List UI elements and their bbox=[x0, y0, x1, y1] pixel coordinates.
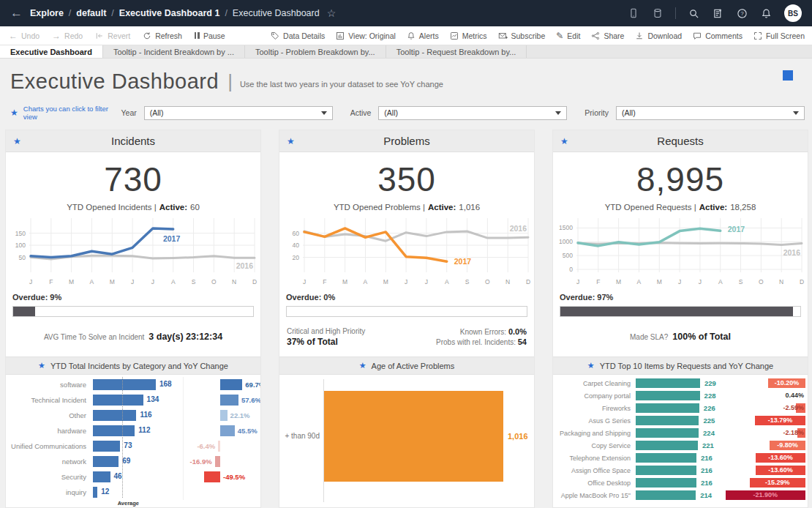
yoy-bar[interactable] bbox=[218, 441, 220, 452]
redo-button[interactable]: → Redo bbox=[52, 31, 83, 40]
notifications-bell-icon[interactable] bbox=[760, 7, 772, 20]
share-button[interactable]: Share bbox=[591, 31, 624, 40]
incidents-category-chart[interactable]: software16869.7%Technical Incident13457.… bbox=[6, 375, 260, 507]
yoy-value: 57.6% bbox=[241, 396, 260, 404]
request-bar[interactable] bbox=[636, 416, 699, 425]
request-bar[interactable] bbox=[636, 441, 698, 450]
metrics-button[interactable]: Metrics bbox=[450, 31, 487, 40]
request-access-icon[interactable] bbox=[712, 7, 724, 20]
download-icon bbox=[635, 31, 644, 40]
search-icon[interactable] bbox=[688, 7, 700, 20]
requests-top10-chart[interactable]: Carpet Cleaning229-10.20%Company portal2… bbox=[553, 375, 808, 507]
request-bar[interactable] bbox=[636, 466, 696, 475]
item-row[interactable]: Carpet Cleaning229-10.20% bbox=[553, 377, 808, 389]
category-row[interactable]: Security46-49.5% bbox=[6, 469, 260, 485]
request-bar[interactable] bbox=[636, 428, 699, 438]
filter-active: Active (All) bbox=[350, 106, 568, 120]
problems-trend-chart[interactable]: JFMAMJJASOND20406020162017 bbox=[279, 215, 534, 290]
request-bar[interactable] bbox=[636, 403, 699, 413]
category-row[interactable]: inquiry12 bbox=[6, 485, 260, 500]
filter-active-select[interactable]: (All) bbox=[378, 106, 567, 120]
favorite-star-icon[interactable]: ☆ bbox=[327, 7, 337, 19]
incidents-trend-chart[interactable]: JFMAMJJASOND5010015020162017 bbox=[6, 215, 260, 290]
category-row[interactable]: Technical Incident13457.6% bbox=[6, 392, 260, 408]
category-row[interactable]: Unified Communications73-6.4% bbox=[6, 438, 260, 454]
edit-button[interactable]: ✎ Edit bbox=[556, 31, 580, 40]
comments-button[interactable]: Comments bbox=[693, 31, 743, 40]
requests-trend-chart[interactable]: JFMAMJJASOND05001000150020162017 bbox=[553, 215, 808, 290]
request-bar[interactable] bbox=[636, 453, 696, 463]
breadcrumb-workbook[interactable]: Executive Dashboard 1 bbox=[119, 8, 220, 18]
yoy-bar[interactable] bbox=[204, 471, 220, 482]
count-bar[interactable] bbox=[93, 441, 120, 452]
help-icon[interactable]: ? bbox=[736, 7, 748, 20]
refresh-button[interactable]: Refresh bbox=[143, 31, 182, 40]
breadcrumb-project[interactable]: default bbox=[76, 8, 106, 18]
breadcrumb-explore[interactable]: Explore bbox=[30, 8, 64, 18]
device-preview-icon[interactable] bbox=[627, 7, 639, 20]
comments-label: Comments bbox=[705, 31, 743, 40]
item-row[interactable]: Fireworks226-2.59% bbox=[553, 402, 808, 414]
category-row[interactable]: network69-16.9% bbox=[6, 454, 260, 469]
item-row[interactable]: Assign Office Space216-13.60% bbox=[553, 464, 808, 477]
data-details-label: Data Details bbox=[283, 31, 325, 40]
item-row[interactable]: Asus G Series225-13.79% bbox=[553, 414, 808, 427]
category-row[interactable]: software16869.7% bbox=[6, 377, 260, 392]
tab-tooltip-request[interactable]: Tooltip - Request Breakdown by... bbox=[386, 45, 527, 58]
request-bar[interactable] bbox=[636, 378, 700, 388]
undo-button[interactable]: ← Undo bbox=[9, 31, 40, 40]
yoy-bar[interactable] bbox=[220, 425, 235, 436]
yoy-bar[interactable] bbox=[220, 379, 242, 390]
item-row[interactable]: Copy Service221-9.80% bbox=[553, 439, 808, 452]
click-to-filter-hint: ★ Charts you can click to filter view bbox=[10, 105, 121, 121]
item-row[interactable]: Apple MacBook Pro 15"214-21.90% bbox=[553, 489, 808, 501]
problems-age-chart[interactable]: + than 90d1,016 bbox=[279, 375, 534, 507]
data-source-icon[interactable] bbox=[651, 7, 663, 20]
yoy-bar[interactable] bbox=[220, 395, 238, 406]
svg-text:N: N bbox=[232, 278, 236, 285]
item-row[interactable]: Company portal2280.44% bbox=[553, 389, 808, 402]
tab-tooltip-incident[interactable]: Tooltip - Incident Breakdown by ... bbox=[103, 45, 245, 58]
category-label: inquiry bbox=[6, 488, 91, 496]
user-avatar[interactable]: BS bbox=[784, 4, 802, 22]
count-bar[interactable] bbox=[93, 395, 143, 406]
count-bar[interactable] bbox=[93, 487, 97, 498]
category-row[interactable]: Other11622.1% bbox=[6, 408, 260, 423]
yoy-zone: 57.6% bbox=[183, 392, 260, 408]
request-bar[interactable] bbox=[636, 391, 700, 400]
tab-tooltip-problem[interactable]: Tooltip - Problem Breakdown by... bbox=[245, 45, 386, 58]
filter-year-select[interactable]: (All) bbox=[144, 106, 333, 120]
count-bar[interactable] bbox=[93, 410, 136, 421]
count-bar[interactable] bbox=[93, 471, 110, 482]
svg-text:J: J bbox=[405, 278, 407, 285]
tab-executive-dashboard[interactable]: Executive Dashboard bbox=[0, 45, 103, 58]
subscribe-button[interactable]: Subscribe bbox=[498, 31, 546, 40]
category-row[interactable]: hardware11245.5% bbox=[6, 423, 260, 438]
count-bar[interactable] bbox=[93, 456, 119, 467]
revert-button[interactable]: Revert bbox=[95, 31, 130, 40]
requests-overdue-bar bbox=[560, 306, 801, 317]
metrics-icon bbox=[450, 31, 459, 40]
count-bar[interactable] bbox=[93, 425, 135, 436]
filter-priority-select[interactable]: (All) bbox=[616, 106, 805, 120]
request-bar[interactable] bbox=[636, 490, 696, 500]
comment-bubble-icon bbox=[693, 31, 702, 40]
yoy-bar[interactable] bbox=[220, 410, 228, 421]
item-row[interactable]: Office Desktop216-15.29% bbox=[553, 477, 808, 489]
download-button[interactable]: Download bbox=[635, 31, 682, 40]
svg-text:F: F bbox=[596, 278, 600, 285]
pause-button[interactable]: Pause bbox=[195, 31, 225, 40]
age-bar[interactable] bbox=[324, 391, 503, 482]
yoy-bar[interactable] bbox=[215, 456, 220, 467]
view-original-button[interactable]: View: Original bbox=[336, 31, 396, 40]
item-row[interactable]: Telephone Extension216-13.60% bbox=[553, 452, 808, 464]
count-bar[interactable] bbox=[93, 379, 156, 390]
data-details-button[interactable]: Data Details bbox=[271, 31, 325, 40]
alerts-button[interactable]: Alerts bbox=[407, 31, 439, 40]
dashboard-canvas: Executive Dashboard | Use the last two y… bbox=[0, 64, 812, 508]
full-screen-button[interactable]: Full Screen bbox=[753, 31, 805, 40]
item-row[interactable]: Packaging and Shipping224-2.18% bbox=[553, 427, 808, 439]
back-icon[interactable]: ← bbox=[10, 6, 23, 20]
request-bar[interactable] bbox=[636, 478, 696, 488]
yoy-zone: -21.90% bbox=[725, 489, 807, 501]
